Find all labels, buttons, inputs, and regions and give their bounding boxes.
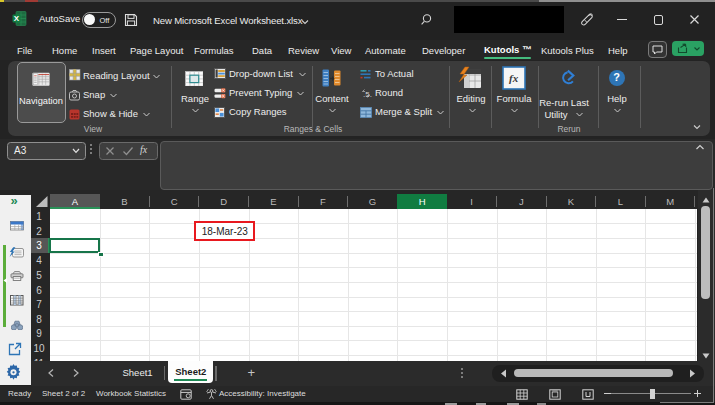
svg-text:X: X	[14, 14, 20, 23]
svg-text:fx: fx	[509, 72, 519, 84]
